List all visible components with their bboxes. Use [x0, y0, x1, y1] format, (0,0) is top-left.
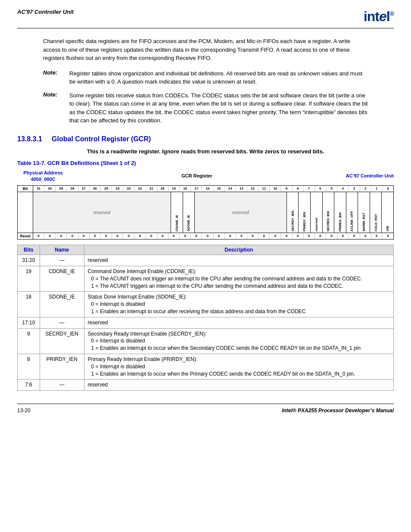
bit-segment-3: reserved — [195, 192, 287, 233]
reset-val-16: 0 — [214, 233, 225, 239]
reset-val-29: 0 — [360, 233, 371, 239]
bit-register-table: Bit 313029282726252423222120191817161514… — [17, 185, 394, 240]
cell-bits-4: 9 — [18, 328, 40, 354]
bit-segment-7: SECRES_IEN — [323, 192, 335, 233]
desc-line: reserved — [88, 320, 108, 326]
reset-val-13: 0 — [180, 233, 191, 239]
bit-number-1: 1 — [371, 186, 383, 192]
footer-page-number: 13-20 — [17, 408, 31, 414]
physical-address-header: Physical Address 4050_000C — [17, 170, 69, 183]
reset-val-17: 0 — [225, 233, 236, 239]
desc-line: 1 = Enables an interrupt to occur when t… — [91, 371, 355, 377]
bit-segment-0: reserved — [33, 192, 171, 233]
reset-val-5: 0 — [90, 233, 101, 239]
bit-number-14: 14 — [225, 186, 236, 192]
vtext-SECRES_IEN: SECRES_IEN — [326, 211, 330, 232]
description-table: Bits Name Description 31:20—reserved19CD… — [17, 245, 394, 391]
reset-val-10: 0 — [146, 233, 157, 239]
reset-val-11: 0 — [157, 233, 168, 239]
bit-number-0: 0 — [383, 186, 393, 192]
reset-val-24: 0 — [304, 233, 315, 239]
bit-number-20: 20 — [157, 186, 168, 192]
desc-line: Status Done Interrupt Enable (SDONE_IE): — [88, 294, 187, 300]
section-heading: 13.8.3.1 Global Control Register (GCR) — [17, 135, 394, 143]
reserved-label-0: reserved — [93, 210, 110, 215]
note-1-text: Register tables show organization and in… — [69, 69, 368, 86]
reset-label: Reset — [18, 233, 33, 239]
bit-header-label: Bit — [18, 186, 33, 192]
desc-line: 0 = The ACUNIT does not trigger an inter… — [91, 276, 362, 282]
bit-content-label — [18, 192, 33, 233]
bit-numbers-row: Bit 313029282726252423222120191817161514… — [18, 186, 393, 192]
section-number: 13.8.3.1 — [17, 135, 42, 143]
note-2-text: Some register bits receive status from C… — [69, 91, 368, 125]
bit-number-29: 29 — [56, 186, 67, 192]
cell-bits-3: 17:10 — [18, 317, 40, 328]
bit-segment-2: SDONE_IE — [183, 192, 195, 233]
bit-number-6: 6 — [315, 186, 326, 192]
reset-val-cells: 00000000000000000000000000000000 — [33, 233, 393, 239]
desc-line: 0 = Interrupt is disabled — [91, 338, 145, 344]
body-text: Channel specific data registers are for … — [43, 37, 368, 62]
desc-line: Command Done Interrupt Enable (CDONE_IE)… — [88, 268, 196, 274]
cell-name-5: PRIRDY_IEN — [40, 354, 84, 380]
bit-number-18: 18 — [180, 186, 191, 192]
cell-name-0: — — [40, 255, 84, 266]
bit-number-30: 30 — [44, 186, 56, 192]
bit-content-row: reservedCDONE_IESDONE_IEreservedSECRDY_I… — [18, 192, 393, 233]
desc-line: Secondary Ready Interrupt Enable (SECRDY… — [88, 331, 206, 337]
cell-desc-3: reserved — [84, 317, 393, 328]
table-row: 7:6—reserved — [18, 380, 394, 391]
note-1: Note: Register tables show organization … — [43, 69, 368, 86]
desc-line: 1 = Enables an interrupt to occur when t… — [91, 345, 361, 351]
table-row: 17:10—reserved — [18, 317, 394, 328]
bit-number-16: 16 — [202, 186, 213, 192]
page-footer: 13-20 Intel® PXA255 Processor Developer’… — [17, 404, 394, 414]
reset-val-2: 0 — [56, 233, 67, 239]
desc-line: reserved — [88, 257, 108, 263]
section-title: Global Control Register (GCR) — [52, 135, 151, 143]
bit-number-9: 9 — [281, 186, 292, 192]
reset-val-14: 0 — [191, 233, 202, 239]
desc-line: reserved — [88, 382, 108, 388]
reset-row: Reset 00000000000000000000000000000000 — [18, 233, 393, 239]
col-header-description: Description — [84, 245, 393, 255]
acunit-label: AC’97 Controller Unit — [325, 170, 394, 183]
bit-number-25: 25 — [101, 186, 112, 192]
cell-desc-6: reserved — [84, 380, 393, 391]
cell-bits-0: 31:20 — [18, 255, 40, 266]
cell-name-4: SECRDY_IEN — [40, 328, 84, 354]
bit-segment-10: WARM_RST — [358, 192, 370, 233]
bit-numbers-cells: 3130292827262524232221201918171615141312… — [33, 186, 393, 192]
physical-address-label: Physical Address — [17, 170, 69, 176]
bit-number-10: 10 — [270, 186, 281, 192]
table-title: Table 13-7. GCR Bit Definitions (Sheet 1… — [17, 160, 394, 166]
reset-val-1: 0 — [44, 233, 56, 239]
reset-val-9: 0 — [134, 233, 146, 239]
reset-val-21: 0 — [270, 233, 281, 239]
bit-segment-12: GIE — [382, 192, 393, 233]
cell-desc-1: Command Done Interrupt Enable (CDONE_IE)… — [84, 266, 393, 292]
footer-title: Intel® PXA255 Processor Developer’s Manu… — [282, 408, 394, 414]
reset-val-3: 0 — [67, 233, 78, 239]
bit-segment-8: PRIRES_IEN — [334, 192, 346, 233]
table-header-row: Bits Name Description — [18, 245, 394, 255]
physical-address-value: 4050_000C — [17, 176, 69, 183]
intel-logo: intel® — [364, 9, 394, 25]
reset-val-18: 0 — [236, 233, 247, 239]
bit-segment-9: ACLINK_OFF — [346, 192, 358, 233]
vtext-GIE: GIE — [386, 226, 389, 231]
cell-desc-2: Status Done Interrupt Enable (SDONE_IE):… — [84, 292, 393, 317]
cell-desc-5: Primary Ready Interrupt Enable (PRIRDY_I… — [84, 354, 393, 380]
bit-number-3: 3 — [349, 186, 360, 192]
reset-val-4: 0 — [78, 233, 90, 239]
vtext-PRIRDY_IEN: PRIRDY_IEN — [302, 212, 306, 231]
reset-val-27: 0 — [337, 233, 349, 239]
bit-segment-6: reserved — [311, 192, 323, 233]
bit-segment-5: PRIRDY_IEN — [299, 192, 311, 233]
bit-number-27: 27 — [78, 186, 90, 192]
reset-val-15: 0 — [202, 233, 213, 239]
vtext-SECRDY_IEN: SECRDY_IEN — [291, 211, 295, 231]
bit-number-22: 22 — [134, 186, 146, 192]
bit-segment-11: COLD_RST — [370, 192, 382, 233]
